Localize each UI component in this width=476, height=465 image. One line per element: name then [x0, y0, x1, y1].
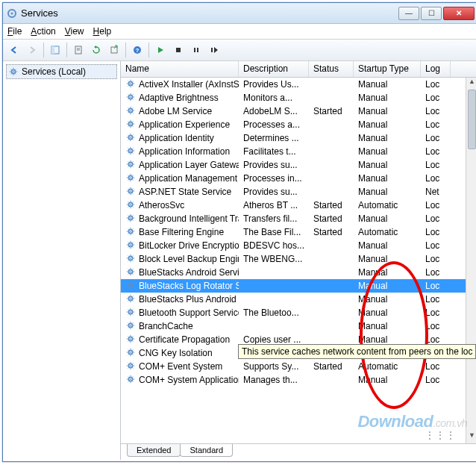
- tree-root-label: Services (Local): [22, 66, 86, 77]
- service-description: [239, 325, 309, 327]
- service-row[interactable]: Adaptive BrightnessMonitors a...ManualLo…: [121, 91, 476, 104]
- menubar: File Action View Help: [3, 24, 476, 39]
- col-name[interactable]: Name: [121, 61, 239, 77]
- gear-icon: [125, 78, 136, 91]
- service-row[interactable]: BlueStacks Android ServiceManualLoc: [121, 266, 476, 279]
- service-startup-type: Manual: [354, 320, 421, 332]
- service-name: Adaptive Brightness: [139, 93, 219, 103]
- service-status: [309, 137, 354, 139]
- refresh-button[interactable]: [88, 42, 104, 58]
- svg-point-1: [11, 12, 13, 14]
- restart-service-button[interactable]: [206, 42, 222, 58]
- service-row[interactable]: Application ManagementProcesses in...Man…: [121, 172, 476, 185]
- svg-point-39: [130, 231, 131, 232]
- service-row[interactable]: Application Layer Gateway Ser...Provides…: [121, 158, 476, 172]
- svg-point-33: [130, 190, 131, 192]
- menu-file[interactable]: File: [7, 26, 22, 37]
- service-log-on-as: Loc: [421, 92, 451, 104]
- gear-icon: [125, 253, 136, 266]
- titlebar[interactable]: Services — ☐ ✕: [3, 3, 476, 24]
- scroll-down-arrow[interactable]: ▼: [466, 431, 476, 443]
- svg-rect-10: [176, 48, 181, 52]
- service-startup-type: Manual: [354, 146, 421, 157]
- service-status: [309, 97, 354, 99]
- pause-service-button[interactable]: [188, 42, 204, 58]
- service-status: [309, 339, 354, 340]
- column-headers: Name Description Status Startup Type Log: [121, 61, 476, 78]
- close-button[interactable]: ✕: [443, 7, 475, 20]
- svg-point-29: [130, 163, 131, 165]
- service-row[interactable]: Application InformationFacilitates t...M…: [121, 145, 476, 158]
- service-status: [309, 312, 354, 313]
- service-name: BlueStacks Log Rotator Service: [139, 281, 239, 291]
- view-tabs: Extended Standard: [121, 443, 476, 460]
- service-startup-type: Manual: [354, 172, 421, 184]
- col-log-on-as[interactable]: Log: [421, 61, 451, 77]
- help-button[interactable]: ?: [129, 42, 145, 58]
- service-row[interactable]: Application IdentityDetermines ...Manual…: [121, 131, 476, 145]
- service-description: Transfers fil...: [239, 213, 309, 225]
- gear-icon: [125, 334, 136, 346]
- service-row[interactable]: Application ExperienceProcesses a...Manu…: [121, 118, 476, 131]
- service-row[interactable]: Bluetooth Support ServiceThe Bluetoo...M…: [121, 306, 476, 319]
- services-list[interactable]: ActiveX Installer (AxInstSV)Provides Us.…: [121, 78, 476, 443]
- svg-point-19: [130, 96, 131, 98]
- service-log-on-as: Loc: [421, 213, 451, 225]
- service-description: AdobeLM S...: [239, 105, 309, 117]
- stop-service-button[interactable]: [170, 42, 187, 58]
- service-row[interactable]: BlueStacks Log Rotator ServiceManualLoc: [121, 279, 476, 293]
- forward-button[interactable]: [24, 42, 40, 58]
- service-row[interactable]: Adobe LM ServiceAdobeLM S...StartedManua…: [121, 104, 476, 118]
- tab-extended[interactable]: Extended: [127, 444, 181, 457]
- service-log-on-as: Loc: [421, 146, 451, 157]
- service-row[interactable]: BranchCacheManualLoc: [121, 319, 476, 333]
- menu-help[interactable]: Help: [93, 26, 112, 37]
- export-button[interactable]: [106, 42, 122, 58]
- svg-point-27: [130, 150, 131, 152]
- service-name: ASP.NET State Service: [139, 187, 231, 197]
- show-hide-tree-button[interactable]: [47, 42, 63, 58]
- service-status: [309, 124, 354, 125]
- service-row[interactable]: BitLocker Drive Encryption Ser...BDESVC …: [121, 239, 476, 252]
- col-status[interactable]: Status: [309, 61, 354, 77]
- menu-action[interactable]: Action: [31, 26, 55, 37]
- service-startup-type: Manual: [354, 105, 421, 117]
- col-description[interactable]: Description: [239, 61, 309, 77]
- main-split: Services (Local) Name Description Status…: [3, 61, 476, 460]
- svg-point-41: [130, 244, 131, 246]
- service-row[interactable]: Base Filtering EngineThe Base Fil...Star…: [121, 225, 476, 239]
- menu-view[interactable]: View: [65, 26, 84, 37]
- minimize-button[interactable]: —: [398, 7, 419, 20]
- service-description: The WBENG...: [239, 253, 309, 265]
- service-row[interactable]: Block Level Backup Engine Ser...The WBEN…: [121, 252, 476, 266]
- service-startup-type: Manual: [354, 280, 421, 292]
- service-name: BranchCache: [139, 321, 193, 331]
- service-row[interactable]: Background Intelligent Transf...Transfer…: [121, 212, 476, 225]
- col-startup-type[interactable]: Startup Type: [354, 61, 421, 77]
- service-row[interactable]: COM+ Event SystemSupports Sy...StartedAu…: [121, 360, 476, 373]
- maximize-button[interactable]: ☐: [421, 7, 442, 20]
- service-startup-type: Automatic: [354, 361, 421, 372]
- service-row[interactable]: COM+ System ApplicationManages th...Manu…: [121, 373, 476, 387]
- service-startup-type: Manual: [354, 374, 421, 386]
- service-row[interactable]: AtherosSvcAtheros BT ...StartedAutomatic…: [121, 199, 476, 212]
- tab-standard[interactable]: Standard: [180, 444, 233, 457]
- service-log-on-as: Net: [421, 186, 451, 198]
- scroll-thumb[interactable]: [468, 90, 476, 149]
- svg-point-45: [130, 271, 131, 272]
- tree-root-services-local[interactable]: Services (Local): [6, 64, 117, 79]
- properties-button[interactable]: [70, 42, 87, 58]
- start-service-button[interactable]: [152, 42, 169, 58]
- service-startup-type: Manual: [354, 186, 421, 198]
- service-row[interactable]: BlueStacks Plus Android Servi...ManualLo…: [121, 293, 476, 306]
- svg-point-53: [130, 325, 131, 326]
- service-status: [309, 272, 354, 273]
- scroll-up-arrow[interactable]: ▲: [466, 78, 476, 90]
- service-row[interactable]: ASP.NET State ServiceProvides su...Manua…: [121, 185, 476, 199]
- service-row[interactable]: ActiveX Installer (AxInstSV)Provides Us.…: [121, 78, 476, 91]
- service-status: [309, 191, 354, 193]
- svg-point-59: [130, 365, 131, 366]
- vertical-scrollbar[interactable]: ▲ ▼: [466, 78, 476, 443]
- service-name: BlueStacks Plus Android Servi...: [139, 294, 239, 305]
- back-button[interactable]: [6, 42, 22, 58]
